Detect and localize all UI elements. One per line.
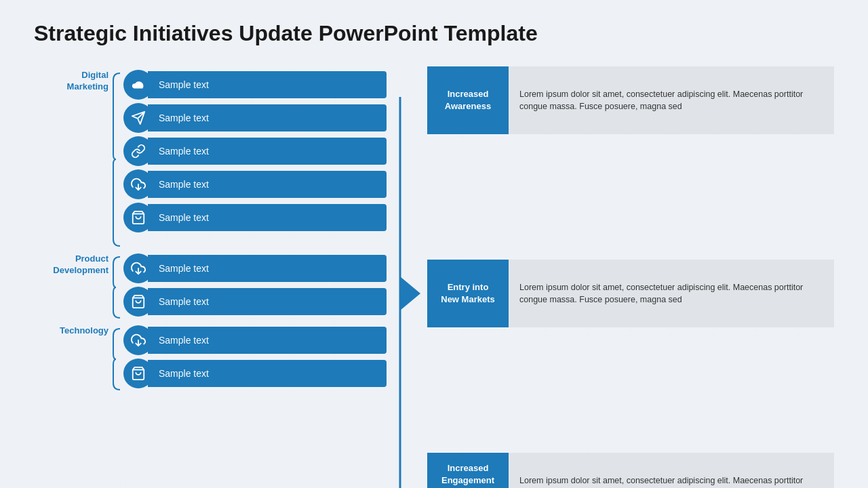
- item-text: Sample text: [159, 113, 209, 123]
- outcome-desc: Lorem ipsum dolor sit amet, consectetuer…: [519, 474, 823, 488]
- cloud-download-icon: [131, 261, 146, 276]
- outcome-title: IncreasedAwareness: [445, 88, 491, 113]
- label-product-development: ProductDevelopment: [53, 253, 108, 277]
- item-bar: Sample text: [148, 138, 387, 165]
- items-product-development: Sample text Sample text: [123, 253, 387, 317]
- list-item: Sample text: [123, 103, 387, 133]
- group-digital-marketing: DigitalMarketing Sample text: [34, 70, 387, 249]
- outcome-desc: Lorem ipsum dolor sit amet, consectetuer…: [519, 88, 823, 114]
- item-bar: Sample text: [148, 71, 387, 98]
- group-label-col: DigitalMarketing: [34, 70, 108, 93]
- outcome-title-box: IncreasedAwareness: [427, 66, 509, 134]
- brace-product-development: [108, 253, 123, 321]
- outcome-card-ai-engagement: IncreasedEngagementwith AIInterface Lore…: [427, 453, 834, 488]
- item-bar: Sample text: [148, 327, 387, 354]
- item-bar: Sample text: [148, 171, 387, 198]
- cloud-download-icon: [131, 177, 146, 192]
- item-text: Sample text: [159, 368, 209, 379]
- item-bar: Sample text: [148, 104, 387, 131]
- label-technology: Technology: [60, 325, 108, 337]
- outcome-card-new-markets: Entry intoNew Markets Lorem ipsum dolor …: [427, 260, 834, 327]
- outcome-card-awareness: IncreasedAwareness Lorem ipsum dolor sit…: [427, 66, 834, 134]
- item-bar: Sample text: [148, 288, 387, 315]
- outcome-desc: Lorem ipsum dolor sit amet, consectetuer…: [519, 281, 823, 307]
- basket-icon: [131, 366, 146, 381]
- basket-icon: [131, 294, 146, 309]
- divider-arrow-svg: [387, 97, 427, 488]
- item-text: Sample text: [159, 146, 209, 157]
- outcome-desc-box: Lorem ipsum dolor sit amet, consectetuer…: [509, 453, 834, 488]
- item-bar: Sample text: [148, 255, 387, 282]
- outcome-title: IncreasedEngagementwith AIInterface: [441, 462, 494, 488]
- item-text: Sample text: [159, 212, 209, 223]
- list-item: Sample text: [123, 70, 387, 100]
- outcome-title-box: Entry intoNew Markets: [427, 260, 509, 327]
- list-item: Sample text: [123, 203, 387, 232]
- outcome-title-box: IncreasedEngagementwith AIInterface: [427, 453, 509, 488]
- link-icon: [131, 144, 146, 159]
- send-icon: [131, 110, 146, 125]
- outcome-desc-box: Lorem ipsum dolor sit amet, consectetuer…: [509, 260, 834, 327]
- items-technology: Sample text Sample text: [123, 325, 387, 388]
- list-item: Sample text: [123, 136, 387, 166]
- list-item: Sample text: [123, 253, 387, 283]
- items-digital-marketing: Sample text Sample text: [123, 70, 387, 232]
- list-item: Sample text: [123, 359, 387, 388]
- basket-icon: [131, 210, 146, 225]
- center-divider: [387, 66, 427, 488]
- group-technology: Technology: [34, 325, 387, 393]
- left-section: DigitalMarketing Sample text: [34, 66, 387, 488]
- item-bar: Sample text: [148, 204, 387, 231]
- group-product-development: ProductDevelopment: [34, 253, 387, 321]
- cloud-icon: [131, 77, 146, 92]
- list-item: Sample text: [123, 325, 387, 355]
- outcome-title: Entry intoNew Markets: [441, 281, 494, 306]
- slide-title: Strategic Initiatives Update PowerPoint …: [34, 20, 834, 46]
- item-bar: Sample text: [148, 360, 387, 387]
- item-text: Sample text: [159, 179, 209, 190]
- outcome-desc-box: Lorem ipsum dolor sit amet, consectetuer…: [509, 66, 834, 134]
- label-digital-marketing: DigitalMarketing: [67, 70, 108, 93]
- svg-marker-4: [400, 277, 420, 310]
- cloud-download-icon: [131, 333, 146, 348]
- right-panel: IncreasedAwareness Lorem ipsum dolor sit…: [427, 66, 834, 488]
- group-label-col: Technology: [34, 325, 108, 337]
- brace-digital-marketing: [108, 70, 123, 249]
- item-text: Sample text: [159, 263, 209, 274]
- item-text: Sample text: [159, 79, 209, 90]
- brace-technology: [108, 325, 123, 393]
- group-label-col: ProductDevelopment: [34, 253, 108, 277]
- list-item: Sample text: [123, 287, 387, 317]
- item-text: Sample text: [159, 335, 209, 346]
- list-item: Sample text: [123, 169, 387, 199]
- item-text: Sample text: [159, 296, 209, 307]
